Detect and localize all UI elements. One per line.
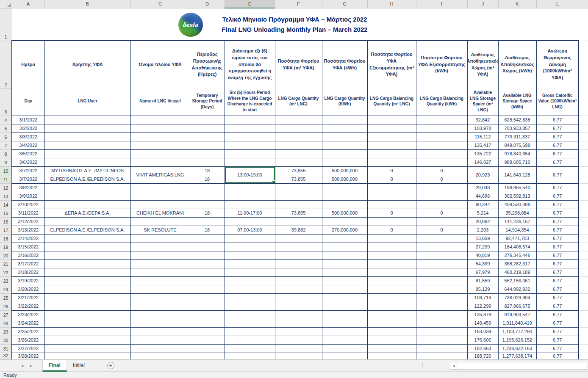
cell-C5[interactable] xyxy=(130,124,190,132)
cell-F8[interactable] xyxy=(275,149,322,158)
cell-I10[interactable]: 0 xyxy=(416,166,467,175)
cell-E22[interactable] xyxy=(225,268,275,276)
cell-J13[interactable]: 44,696 xyxy=(467,192,498,200)
cell-J17[interactable]: 2,203 xyxy=(467,226,498,234)
column-header-H[interactable]: H xyxy=(367,0,416,8)
title-cell[interactable]: δesfa Τελικό Μηνιαίο Πρόγραμμα ΥΦΑ – Μάρ… xyxy=(12,8,579,41)
cell-outside[interactable] xyxy=(579,327,588,336)
cell-H24[interactable] xyxy=(367,285,416,293)
cell-K7[interactable]: 849,075,598 xyxy=(498,141,536,149)
column-header-C[interactable]: C xyxy=(130,0,190,8)
cell-G22[interactable] xyxy=(322,268,367,276)
row-header-32[interactable]: 32 xyxy=(0,353,12,359)
cell-E10[interactable]: 13:00-19:00 xyxy=(225,166,275,183)
cell-D24[interactable] xyxy=(190,285,225,293)
cell-F18[interactable] xyxy=(275,234,322,243)
cell-G11[interactable]: 500,000,000 xyxy=(322,175,367,183)
column-header-G[interactable]: G xyxy=(322,0,367,8)
cell-outside[interactable] xyxy=(579,217,588,226)
cell-E24[interactable] xyxy=(225,285,275,293)
cell-H10[interactable]: 0 xyxy=(367,166,416,175)
cell-E6[interactable] xyxy=(225,132,275,141)
cell-A23[interactable]: 3/19/2022 xyxy=(12,276,44,285)
cell-L26[interactable]: 6.77 xyxy=(536,302,579,310)
cell-A15[interactable]: 3/11/2022 xyxy=(12,209,44,217)
header-storage-period[interactable]: Περίοδος Προσωρινής Αποθήκευσης (Ημέρες)… xyxy=(190,41,225,116)
cell-A10[interactable]: 3/7/2022 xyxy=(12,166,44,175)
cell-F23[interactable] xyxy=(275,276,322,285)
cell-B17[interactable]: ELPEDISON A.E./ELPEDISON S.A. xyxy=(44,226,130,234)
cell-K5[interactable]: 703,933,857 xyxy=(498,124,536,132)
cell-G28[interactable] xyxy=(322,319,367,327)
cell-D19[interactable] xyxy=(190,243,225,251)
cell-outside[interactable] xyxy=(579,149,588,158)
cell-outside[interactable] xyxy=(579,200,588,209)
cell-B26[interactable] xyxy=(44,302,130,310)
cell-F30[interactable] xyxy=(275,336,322,344)
cell-L19[interactable]: 6.77 xyxy=(536,243,579,251)
cell-K9[interactable]: 988,605,710 xyxy=(498,158,536,166)
cell-G15[interactable]: 500,000,000 xyxy=(322,209,367,217)
tabbar-resize-handle[interactable]: ⁞ xyxy=(422,361,423,368)
cell-A20[interactable]: 3/16/2022 xyxy=(12,251,44,259)
cell-G4[interactable] xyxy=(322,116,367,124)
cell-I14[interactable] xyxy=(416,200,467,209)
cell-I19[interactable] xyxy=(416,243,467,251)
cell-C16[interactable] xyxy=(130,217,190,226)
cell-H6[interactable] xyxy=(367,132,416,141)
cell-H5[interactable] xyxy=(367,124,416,132)
cell-D8[interactable] xyxy=(190,149,225,158)
cell-J28[interactable]: 149,459 xyxy=(467,319,498,327)
header-balancing-kwh[interactable]: Ποσότητα Φορτίου ΥΦΑ Εξισορρόπησης (kWh)… xyxy=(416,41,467,116)
cell-G19[interactable] xyxy=(322,243,367,251)
cell-I15[interactable]: 0 xyxy=(416,209,467,217)
cell-K31[interactable]: 1,236,632,163 xyxy=(498,344,536,353)
cell-L22[interactable]: 6.77 xyxy=(536,268,579,276)
cell-G9[interactable] xyxy=(322,158,367,166)
header-cargo-qty-m3[interactable]: Ποσότητα Φορτίου ΥΦΑ (m³ ΥΦΑ)LNG Cargo Q… xyxy=(275,41,322,116)
cell-outside[interactable] xyxy=(579,285,588,293)
cell-A25[interactable]: 3/21/2022 xyxy=(12,293,44,302)
cell-D12[interactable] xyxy=(190,183,225,192)
cell-E15[interactable]: 11:00-17:00 xyxy=(225,209,275,217)
cell-J7[interactable]: 125,417 xyxy=(467,141,498,149)
cell-E26[interactable] xyxy=(225,302,275,310)
cell-D28[interactable] xyxy=(190,319,225,327)
row-header-24[interactable]: 24 xyxy=(0,285,12,293)
cell-C25[interactable] xyxy=(130,293,190,302)
cell-F20[interactable] xyxy=(275,251,322,259)
cell-D20[interactable] xyxy=(190,251,225,259)
cell-I9[interactable] xyxy=(416,158,467,166)
sheet-tab-initial[interactable]: Initial xyxy=(67,360,91,372)
cell-L6[interactable]: 6.77 xyxy=(536,132,579,141)
cell-I4[interactable] xyxy=(416,116,467,124)
cell-C27[interactable] xyxy=(130,310,190,319)
header-balancing-m3[interactable]: Ποσότητα Φορτίου ΥΦΑ Εξισορρόπησης (m³ Υ… xyxy=(367,41,416,116)
cell-C31[interactable] xyxy=(130,344,190,353)
cell-K20[interactable]: 276,345,446 xyxy=(498,251,536,259)
cell-I21[interactable] xyxy=(416,259,467,268)
sheet-nav-left-icon[interactable]: ◄ xyxy=(20,364,24,368)
cell-F19[interactable] xyxy=(275,243,322,251)
cell-I7[interactable] xyxy=(416,141,467,149)
cell-F32[interactable] xyxy=(275,353,322,359)
cell-H4[interactable] xyxy=(367,116,416,124)
cell-A19[interactable]: 3/15/2022 xyxy=(12,243,44,251)
row-header-13[interactable]: 13 xyxy=(0,192,12,200)
cell-H20[interactable] xyxy=(367,251,416,259)
cell-H17[interactable]: 0 xyxy=(367,226,416,234)
cell-A31[interactable]: 3/27/2022 xyxy=(12,344,44,353)
row-header-7[interactable]: 7 xyxy=(0,141,12,149)
cell-H25[interactable] xyxy=(367,293,416,302)
cell-D5[interactable] xyxy=(190,124,225,132)
cell-outside[interactable] xyxy=(579,336,588,344)
cell-B4[interactable] xyxy=(44,116,130,124)
cell-C29[interactable] xyxy=(130,327,190,336)
cell-G6[interactable] xyxy=(322,132,367,141)
cell-F17[interactable]: 39,882 xyxy=(275,226,322,234)
cell-B20[interactable] xyxy=(44,251,130,259)
column-header-I[interactable]: I xyxy=(416,0,467,8)
cell-K24[interactable]: 644,092,932 xyxy=(498,285,536,293)
cell-J12[interactable]: 29,048 xyxy=(467,183,498,192)
cell-outside[interactable] xyxy=(579,41,588,116)
